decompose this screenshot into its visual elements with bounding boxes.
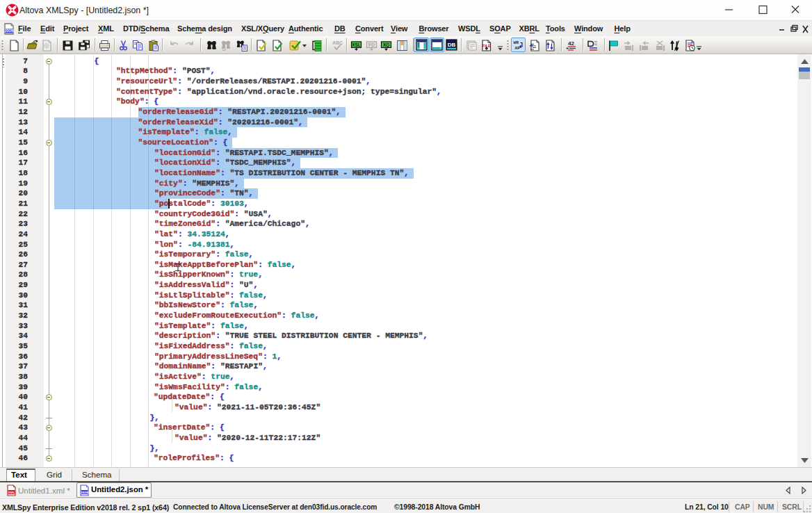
svg-text:AP: AP: [514, 46, 520, 51]
svg-text:XML: XML: [8, 490, 15, 494]
svg-text:JSON: JSON: [5, 29, 14, 33]
svg-text:42: 42: [568, 40, 574, 47]
svg-text:FO: FO: [368, 42, 375, 47]
svg-text:WR: WR: [513, 40, 519, 45]
svg-text:XSL: XSL: [352, 42, 361, 47]
svg-text:DB: DB: [448, 42, 456, 48]
svg-text:XQ: XQ: [382, 42, 389, 47]
svg-text:JSON: JSON: [81, 490, 88, 494]
